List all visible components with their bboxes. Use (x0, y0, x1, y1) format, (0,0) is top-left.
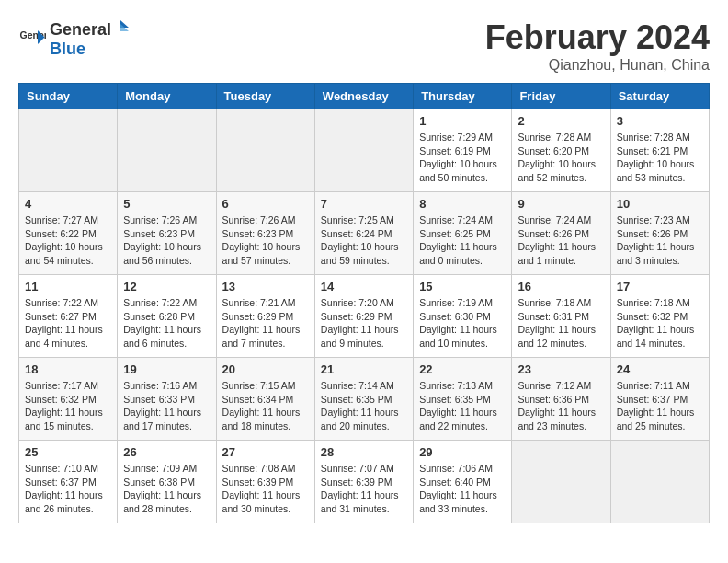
logo: General General Blue (18, 18, 130, 59)
day-info: Sunrise: 7:12 AM Sunset: 6:36 PM Dayligh… (518, 379, 604, 433)
calendar-day-cell: 25Sunrise: 7:10 AM Sunset: 6:37 PM Dayli… (19, 441, 118, 523)
calendar-day-cell: 7Sunrise: 7:25 AM Sunset: 6:24 PM Daylig… (314, 192, 413, 275)
calendar-day-cell: 9Sunrise: 7:24 AM Sunset: 6:26 PM Daylig… (512, 192, 610, 275)
day-number: 24 (617, 362, 703, 376)
day-info: Sunrise: 7:08 AM Sunset: 6:39 PM Dayligh… (222, 462, 309, 516)
day-info: Sunrise: 7:13 AM Sunset: 6:35 PM Dayligh… (419, 379, 506, 433)
day-info: Sunrise: 7:23 AM Sunset: 6:26 PM Dayligh… (617, 213, 703, 268)
logo-icon: General (18, 25, 46, 52)
day-info: Sunrise: 7:21 AM Sunset: 6:29 PM Dayligh… (222, 296, 309, 350)
calendar-day-cell: 3Sunrise: 7:28 AM Sunset: 6:21 PM Daylig… (610, 109, 709, 192)
day-number: 16 (518, 280, 604, 293)
day-of-week-header: Thursday (414, 84, 512, 109)
day-number: 29 (419, 445, 506, 459)
day-info: Sunrise: 7:22 AM Sunset: 6:28 PM Dayligh… (123, 296, 210, 350)
day-number: 7 (321, 197, 407, 211)
day-number: 13 (222, 280, 309, 293)
day-info: Sunrise: 7:22 AM Sunset: 6:27 PM Dayligh… (25, 296, 111, 350)
day-info: Sunrise: 7:28 AM Sunset: 6:21 PM Dayligh… (617, 131, 703, 185)
day-info: Sunrise: 7:14 AM Sunset: 6:35 PM Dayligh… (321, 379, 407, 433)
calendar-day-cell (314, 109, 413, 192)
day-number: 27 (222, 445, 309, 459)
day-number: 23 (518, 362, 604, 376)
day-of-week-header: Saturday (610, 84, 709, 109)
month-year-title: February 2024 (485, 18, 710, 57)
calendar-day-cell: 5Sunrise: 7:26 AM Sunset: 6:23 PM Daylig… (118, 192, 216, 275)
calendar-day-cell: 28Sunrise: 7:07 AM Sunset: 6:39 PM Dayli… (314, 441, 413, 523)
day-number: 9 (518, 197, 604, 211)
day-number: 2 (518, 114, 604, 128)
day-info: Sunrise: 7:25 AM Sunset: 6:24 PM Dayligh… (321, 213, 407, 268)
day-number: 18 (25, 362, 111, 376)
logo-blue-text: Blue (50, 40, 130, 59)
day-info: Sunrise: 7:18 AM Sunset: 6:32 PM Dayligh… (617, 296, 703, 350)
day-of-week-header: Tuesday (216, 84, 314, 109)
day-info: Sunrise: 7:29 AM Sunset: 6:19 PM Dayligh… (419, 131, 506, 185)
calendar-day-cell: 12Sunrise: 7:22 AM Sunset: 6:28 PM Dayli… (118, 275, 216, 358)
calendar-day-cell: 18Sunrise: 7:17 AM Sunset: 6:32 PM Dayli… (19, 358, 118, 441)
calendar-day-cell: 11Sunrise: 7:22 AM Sunset: 6:27 PM Dayli… (19, 275, 118, 358)
calendar-day-cell: 1Sunrise: 7:29 AM Sunset: 6:19 PM Daylig… (414, 109, 512, 192)
calendar-day-cell: 24Sunrise: 7:11 AM Sunset: 6:37 PM Dayli… (610, 358, 709, 441)
day-info: Sunrise: 7:27 AM Sunset: 6:22 PM Dayligh… (25, 213, 111, 268)
calendar-day-cell: 26Sunrise: 7:09 AM Sunset: 6:38 PM Dayli… (118, 441, 216, 523)
day-number: 14 (321, 280, 407, 293)
day-info: Sunrise: 7:16 AM Sunset: 6:33 PM Dayligh… (123, 379, 210, 433)
day-of-week-header: Monday (118, 84, 216, 109)
day-number: 22 (419, 362, 506, 376)
calendar-day-cell (19, 109, 118, 192)
day-info: Sunrise: 7:09 AM Sunset: 6:38 PM Dayligh… (123, 462, 210, 516)
calendar-header-row: SundayMondayTuesdayWednesdayThursdayFrid… (19, 84, 710, 109)
calendar-day-cell: 19Sunrise: 7:16 AM Sunset: 6:33 PM Dayli… (118, 358, 216, 441)
day-info: Sunrise: 7:17 AM Sunset: 6:32 PM Dayligh… (25, 379, 111, 433)
logo-general-text: General (50, 20, 111, 40)
day-info: Sunrise: 7:10 AM Sunset: 6:37 PM Dayligh… (25, 462, 111, 516)
day-number: 26 (123, 445, 210, 459)
calendar-day-cell: 16Sunrise: 7:18 AM Sunset: 6:31 PM Dayli… (512, 275, 610, 358)
calendar-day-cell: 17Sunrise: 7:18 AM Sunset: 6:32 PM Dayli… (610, 275, 709, 358)
calendar-day-cell: 29Sunrise: 7:06 AM Sunset: 6:40 PM Dayli… (414, 441, 512, 523)
day-number: 19 (123, 362, 210, 376)
day-number: 25 (25, 445, 111, 459)
calendar-week-row: 25Sunrise: 7:10 AM Sunset: 6:37 PM Dayli… (19, 441, 710, 523)
calendar-day-cell: 10Sunrise: 7:23 AM Sunset: 6:26 PM Dayli… (610, 192, 709, 275)
day-of-week-header: Friday (512, 84, 610, 109)
day-info: Sunrise: 7:20 AM Sunset: 6:29 PM Dayligh… (321, 296, 407, 350)
calendar-day-cell: 13Sunrise: 7:21 AM Sunset: 6:29 PM Dayli… (216, 275, 314, 358)
header: General General Blue February 2024 Qianz… (18, 18, 710, 74)
day-number: 4 (25, 197, 111, 211)
logo-bird-icon (112, 18, 129, 35)
day-number: 11 (25, 280, 111, 293)
day-info: Sunrise: 7:24 AM Sunset: 6:26 PM Dayligh… (518, 213, 604, 268)
calendar-day-cell: 15Sunrise: 7:19 AM Sunset: 6:30 PM Dayli… (414, 275, 512, 358)
calendar-day-cell (118, 109, 216, 192)
day-info: Sunrise: 7:26 AM Sunset: 6:23 PM Dayligh… (222, 213, 309, 268)
day-number: 8 (419, 197, 506, 211)
day-number: 28 (321, 445, 407, 459)
calendar-day-cell (216, 109, 314, 192)
calendar-week-row: 18Sunrise: 7:17 AM Sunset: 6:32 PM Dayli… (19, 358, 710, 441)
day-number: 20 (222, 362, 309, 376)
calendar-week-row: 4Sunrise: 7:27 AM Sunset: 6:22 PM Daylig… (19, 192, 710, 275)
calendar-day-cell: 20Sunrise: 7:15 AM Sunset: 6:34 PM Dayli… (216, 358, 314, 441)
day-number: 1 (419, 114, 506, 128)
calendar-day-cell: 4Sunrise: 7:27 AM Sunset: 6:22 PM Daylig… (19, 192, 118, 275)
calendar-day-cell: 14Sunrise: 7:20 AM Sunset: 6:29 PM Dayli… (314, 275, 413, 358)
calendar-day-cell: 27Sunrise: 7:08 AM Sunset: 6:39 PM Dayli… (216, 441, 314, 523)
day-of-week-header: Wednesday (314, 84, 413, 109)
day-of-week-header: Sunday (19, 84, 118, 109)
calendar-week-row: 11Sunrise: 7:22 AM Sunset: 6:27 PM Dayli… (19, 275, 710, 358)
day-info: Sunrise: 7:15 AM Sunset: 6:34 PM Dayligh… (222, 379, 309, 433)
calendar-day-cell: 6Sunrise: 7:26 AM Sunset: 6:23 PM Daylig… (216, 192, 314, 275)
calendar-day-cell: 8Sunrise: 7:24 AM Sunset: 6:25 PM Daylig… (414, 192, 512, 275)
day-number: 3 (617, 114, 703, 128)
calendar-day-cell (610, 441, 709, 523)
calendar-week-row: 1Sunrise: 7:29 AM Sunset: 6:19 PM Daylig… (19, 109, 710, 192)
calendar-day-cell: 2Sunrise: 7:28 AM Sunset: 6:20 PM Daylig… (512, 109, 610, 192)
day-number: 21 (321, 362, 407, 376)
day-number: 10 (617, 197, 703, 211)
day-info: Sunrise: 7:06 AM Sunset: 6:40 PM Dayligh… (419, 462, 506, 516)
day-info: Sunrise: 7:28 AM Sunset: 6:20 PM Dayligh… (518, 131, 604, 185)
location-subtitle: Qianzhou, Hunan, China (485, 57, 710, 74)
calendar-day-cell: 22Sunrise: 7:13 AM Sunset: 6:35 PM Dayli… (414, 358, 512, 441)
